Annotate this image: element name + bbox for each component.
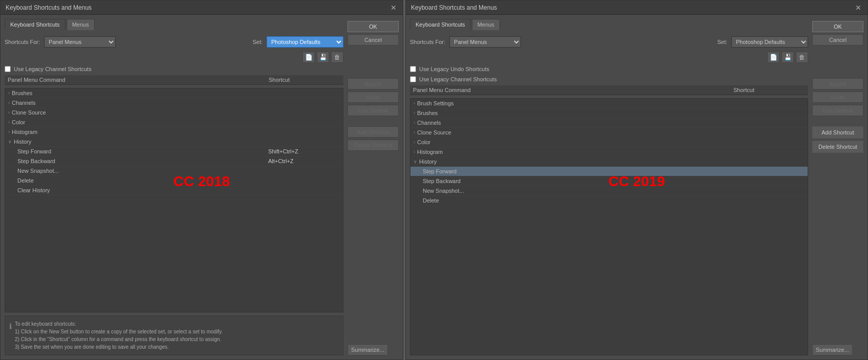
right-close-button[interactable]: ✕ <box>854 4 862 11</box>
toolbar-icons-right: 📄 💾 🗑 <box>410 52 808 63</box>
legacy-channel-checkbox-left[interactable] <box>5 66 11 72</box>
info-line4: 3) Save the set when you are done editin… <box>15 343 223 351</box>
accept-button-right[interactable]: Accept <box>812 78 863 89</box>
list-item[interactable]: › Histogram <box>5 127 343 137</box>
chevron-icon: › <box>414 110 415 116</box>
list-item[interactable]: › Brushes <box>410 108 808 118</box>
ok-cancel-left: OK Cancel <box>348 21 399 46</box>
undo-button-right[interactable]: Undo <box>812 92 863 103</box>
info-box-left: ℹ To edit keyboard shortcuts: 1) Click o… <box>5 316 343 355</box>
accept-button-left[interactable]: Accept <box>348 78 399 89</box>
list-item-history-right[interactable]: ∨ History <box>410 157 808 167</box>
list-item[interactable]: New Snapshot... <box>5 166 343 176</box>
list-item[interactable]: Clear History <box>5 186 343 195</box>
chevron-icon: › <box>414 149 415 154</box>
list-item[interactable]: New Snapshot... <box>410 186 808 196</box>
cancel-button-right[interactable]: Cancel <box>812 34 863 46</box>
legacy-channel-row-left: Use Legacy Channel Shortcuts <box>5 66 343 72</box>
add-shortcut-button-left[interactable]: Add Shortcut <box>348 126 399 138</box>
chevron-icon: › <box>414 120 415 125</box>
shortcuts-list-left[interactable]: › Brushes › Channels › Clone Source › Co… <box>5 88 343 312</box>
save-set-icon-left[interactable]: 💾 <box>317 52 329 63</box>
new-set-icon-left[interactable]: 📄 <box>302 52 315 63</box>
tab-menus-right[interactable]: Menus <box>472 19 500 30</box>
table-header-right: Panel Menu Command Shortcut <box>410 85 808 95</box>
left-titlebar: Keyboard Shortcuts and Menus ✕ <box>1 1 403 15</box>
chevron-icon: ∨ <box>414 159 417 164</box>
tab-menus-left[interactable]: Menus <box>67 19 95 30</box>
shortcuts-for-row-left: Shortcuts For: Panel Menus Set: Photosho… <box>5 36 343 48</box>
set-select-left[interactable]: Photoshop Defaults <box>267 36 343 48</box>
legacy-undo-row-right: Use Legacy Undo Shortcuts <box>410 66 808 72</box>
set-select-right[interactable]: Photoshop Defaults <box>731 36 808 48</box>
legacy-channel-label-left: Use Legacy Channel Shortcuts <box>14 66 92 72</box>
delete-set-icon-left[interactable]: 🗑 <box>331 52 343 63</box>
new-set-icon-right[interactable]: 📄 <box>767 52 779 63</box>
right-tabs: Keyboard Shortcuts Menus <box>410 19 808 30</box>
delete-shortcut-button-right[interactable]: Delete Shortcut <box>812 141 863 153</box>
use-default-button-left[interactable]: Use Default <box>348 105 399 116</box>
item-name: Brushes <box>417 110 733 116</box>
table-header-left: Panel Menu Command Shortcut <box>5 75 343 85</box>
item-name: New Snapshot... <box>423 188 733 194</box>
left-main-panel: Keyboard Shortcuts Menus Shortcuts For: … <box>5 19 343 355</box>
shortcuts-for-label-right: Shortcuts For: <box>410 39 445 45</box>
item-name: Clone Source <box>417 129 733 136</box>
legacy-undo-checkbox-right[interactable] <box>410 66 416 72</box>
list-item[interactable]: Step Forward Shift+Ctrl+Z <box>5 147 343 156</box>
list-item[interactable]: › Color <box>5 118 343 127</box>
item-name: History <box>419 159 733 165</box>
list-item[interactable]: › Channels <box>5 98 343 108</box>
list-item[interactable]: Step Backward Alt+Ctrl+Z <box>5 156 343 166</box>
cancel-button-left[interactable]: Cancel <box>348 34 399 46</box>
tab-keyboard-shortcuts-right[interactable]: Keyboard Shortcuts <box>410 19 471 30</box>
legacy-undo-label-right: Use Legacy Undo Shortcuts <box>419 66 489 72</box>
use-default-button-right[interactable]: Use Default <box>812 105 863 116</box>
save-set-icon-right[interactable]: 💾 <box>782 52 794 63</box>
summarize-button-right[interactable]: Summarize... <box>812 344 853 355</box>
undo-button-left[interactable]: Undo <box>348 92 399 103</box>
list-item[interactable]: › Brush Settings <box>410 99 808 108</box>
chevron-icon: › <box>8 100 10 105</box>
list-item[interactable]: › Brushes <box>5 88 343 98</box>
list-item[interactable]: Step Backward <box>410 176 808 186</box>
add-shortcut-button-right[interactable]: Add Shortcut <box>812 126 863 139</box>
list-item[interactable]: Delete <box>5 176 343 186</box>
list-item[interactable]: › Clone Source <box>410 128 808 138</box>
tab-keyboard-shortcuts-left[interactable]: Keyboard Shortcuts <box>5 19 66 30</box>
item-name: Step Forward <box>423 168 733 174</box>
item-name: Color <box>12 119 268 125</box>
list-item-step-forward[interactable]: Step Forward <box>410 167 808 176</box>
item-name: Delete <box>17 177 268 184</box>
shortcuts-for-select-left[interactable]: Panel Menus <box>44 36 116 48</box>
shortcuts-for-row-right: Shortcuts For: Panel Menus Set: Photosho… <box>410 36 808 48</box>
item-name: History <box>14 139 268 145</box>
item-name: Color <box>417 139 733 145</box>
list-item-history[interactable]: ∨ History <box>5 137 343 147</box>
list-item[interactable]: › Channels <box>410 118 808 128</box>
list-item[interactable]: › Clone Source <box>5 108 343 118</box>
delete-set-icon-right[interactable]: 🗑 <box>796 52 808 63</box>
info-line1: To edit keyboard shortcuts: <box>15 320 223 328</box>
list-item[interactable]: Delete <box>410 196 808 206</box>
delete-shortcut-button-left[interactable]: Delete Shortcut <box>348 140 399 151</box>
list-item[interactable]: › Histogram <box>410 147 808 157</box>
right-right-panel: OK Cancel Accept Undo Use Default Add Sh… <box>812 19 863 355</box>
item-name: Histogram <box>12 129 268 135</box>
left-close-button[interactable]: ✕ <box>389 4 398 11</box>
shortcuts-list-right[interactable]: › Brush Settings › Brushes › Channels › … <box>410 98 808 355</box>
th-shortcut-left: Shortcut <box>269 77 340 83</box>
info-line2: 1) Click on the New Set button to create… <box>15 328 223 335</box>
list-item[interactable]: › Color <box>410 138 808 147</box>
ok-button-left[interactable]: OK <box>348 21 399 32</box>
legacy-channel-checkbox-right[interactable] <box>410 76 416 82</box>
right-main-panel: Keyboard Shortcuts Menus Shortcuts For: … <box>410 19 808 355</box>
chevron-icon: ∨ <box>8 139 12 144</box>
left-tabs: Keyboard Shortcuts Menus <box>5 19 343 30</box>
ok-button-right[interactable]: OK <box>812 21 863 32</box>
summarize-button-left[interactable]: Summarize... <box>348 344 388 355</box>
shortcuts-for-select-right[interactable]: Panel Menus <box>449 36 521 48</box>
right-dialog-content: Keyboard Shortcuts Menus Shortcuts For: … <box>406 15 867 359</box>
item-name: Step Backward <box>423 178 733 184</box>
item-name: Histogram <box>417 149 733 155</box>
